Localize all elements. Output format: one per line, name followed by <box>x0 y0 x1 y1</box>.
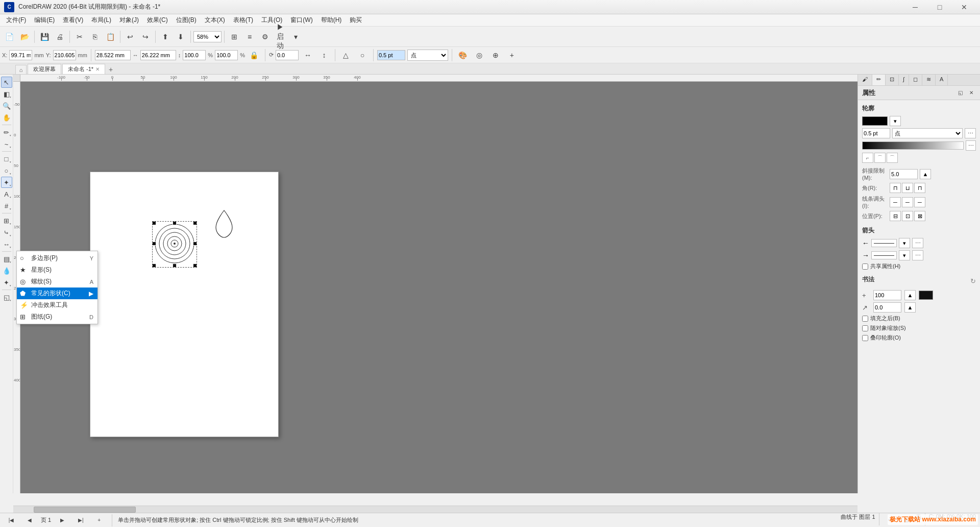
flip-h[interactable]: ↔ <box>301 48 315 62</box>
arrow-end-more[interactable]: ⋯ <box>912 250 923 260</box>
status-nav-prev[interactable]: ◀ <box>22 513 37 528</box>
menu-help[interactable]: 帮助(H) <box>317 14 346 26</box>
options-button[interactable]: ⚙ <box>258 30 272 44</box>
menu-view[interactable]: 查看(V) <box>59 14 87 26</box>
pos-btn2[interactable]: ⊡ <box>902 211 913 221</box>
horizontal-scrollbar[interactable] <box>13 506 857 513</box>
calli-angle-input[interactable] <box>873 302 901 313</box>
outline-color-swatch[interactable] <box>862 116 888 126</box>
outline-gradient-bar[interactable] <box>862 141 964 150</box>
y-input[interactable] <box>53 50 76 60</box>
menu-effects[interactable]: 效果(C) <box>143 14 172 26</box>
arrow-end-preview[interactable] <box>871 251 897 259</box>
restore-button[interactable]: □ <box>928 0 951 14</box>
tool-interact[interactable]: ✦▾ <box>1 277 12 288</box>
save-button[interactable]: 💾 <box>37 30 52 44</box>
refresh-icon[interactable]: ↻ <box>970 277 976 285</box>
spiral-shape[interactable] <box>154 223 195 266</box>
corner-round-btn[interactable]: ⌒ <box>874 153 886 163</box>
linedash-btn2[interactable]: ─ <box>902 197 913 207</box>
flip-v[interactable]: ↕ <box>317 48 331 62</box>
status-nav-last[interactable]: ▶| <box>74 513 88 528</box>
copy-button[interactable]: ⎘ <box>88 30 102 44</box>
outline-color-dropdown[interactable]: ▾ <box>890 116 901 126</box>
outline-btn2[interactable]: ◎ <box>472 48 486 62</box>
tool-pan[interactable]: ✋ <box>1 112 12 123</box>
outline-btn3[interactable]: ⊕ <box>488 48 503 62</box>
miter-input[interactable] <box>890 169 918 179</box>
rp-tab-3[interactable]: ⊡ <box>886 75 899 85</box>
tab-document[interactable]: 未命名 -1* ✕ <box>62 64 105 74</box>
calli-width-input[interactable] <box>873 290 901 300</box>
tool-shape[interactable]: ◧▾ <box>1 88 12 100</box>
shape-tool2[interactable]: ○ <box>355 48 370 62</box>
tool-fill[interactable]: ▤▾ <box>1 253 12 265</box>
tool-connector[interactable]: ⤷▾ <box>1 227 12 238</box>
tool-polygon[interactable]: ✦▾ <box>1 177 12 188</box>
scale-h[interactable] <box>215 50 238 60</box>
handle-mr[interactable] <box>193 242 197 246</box>
rp-tab-6[interactable]: ≋ <box>922 75 936 85</box>
launch-button[interactable]: ▶ 启动 <box>273 30 287 44</box>
ctx-common-shapes[interactable]: ⬟ 常见的形状(C) ▶ <box>17 288 97 299</box>
handle-tm[interactable] <box>173 221 177 225</box>
handle-br[interactable] <box>193 264 197 268</box>
angle-btn3[interactable]: ⊓ <box>914 183 925 193</box>
print-checkbox[interactable] <box>862 335 868 341</box>
lock-ratio-btn[interactable]: 🔒 <box>247 48 261 62</box>
ctx-star[interactable]: ★ 星形(S) <box>17 264 97 276</box>
redo-button[interactable]: ↪ <box>138 30 153 44</box>
status-nav-next[interactable]: ▶ <box>55 513 69 528</box>
rp-tab-1[interactable]: 🖌 <box>858 75 872 85</box>
calli-width-up[interactable]: ▲ <box>904 290 916 300</box>
scale-w[interactable] <box>183 50 206 60</box>
export-button[interactable]: ⬇ <box>174 30 188 44</box>
status-nav-first[interactable]: |◀ <box>4 513 18 528</box>
outline-size-input[interactable] <box>862 128 890 138</box>
tool-zoom[interactable]: 🔍 <box>1 100 12 111</box>
size-unit-select[interactable]: 点 <box>407 50 448 61</box>
menu-bitmap[interactable]: 位图(B) <box>172 14 201 26</box>
menu-window[interactable]: 窗口(W) <box>286 14 316 26</box>
tool-rect[interactable]: □▾ <box>1 153 12 164</box>
undo-button[interactable]: ↩ <box>123 30 137 44</box>
handle-tl[interactable] <box>152 221 156 225</box>
arrow-end-dropdown[interactable]: ▾ <box>899 250 910 260</box>
arrow-start-preview[interactable] <box>871 239 897 247</box>
angle-input[interactable] <box>276 50 299 60</box>
ctx-polygon[interactable]: ○ 多边形(P) Y <box>17 252 97 264</box>
menu-edit[interactable]: 编辑(E) <box>30 14 59 26</box>
align-button[interactable]: ≡ <box>242 30 257 44</box>
linedash-btn3[interactable]: ─ <box>914 197 925 207</box>
rp-tab-4[interactable]: ∫ <box>899 75 909 85</box>
paste-button[interactable]: 📋 <box>103 30 117 44</box>
add-btn[interactable]: + <box>505 48 519 62</box>
tool-measure[interactable]: ↔▾ <box>1 238 12 250</box>
pos-btn1[interactable]: ⊟ <box>890 211 901 221</box>
pos-btn3[interactable]: ⊠ <box>914 211 925 221</box>
handle-tr[interactable] <box>193 221 197 225</box>
import-button[interactable]: ⬆ <box>158 30 173 44</box>
calli-color-swatch[interactable] <box>919 291 933 300</box>
add-page-btn[interactable]: + <box>92 513 106 528</box>
menu-text[interactable]: 文本(X) <box>201 14 229 26</box>
tool-parallel[interactable]: ⊞▾ <box>1 215 12 226</box>
arrow-start-dropdown[interactable]: ▾ <box>899 238 910 248</box>
open-button[interactable]: 📂 <box>17 30 32 44</box>
tool-select[interactable]: ↖ <box>1 77 12 88</box>
height-input[interactable] <box>140 50 176 60</box>
ctx-spiral[interactable]: ◎ 螺纹(S) A <box>17 276 97 288</box>
zoom-select[interactable]: 58% 100% 200% <box>193 31 222 42</box>
teardrop-shape[interactable] <box>213 208 236 240</box>
handle-ml[interactable] <box>152 242 156 246</box>
corner-miter-btn[interactable]: ⌐ <box>862 153 873 163</box>
menu-table[interactable]: 表格(T) <box>229 14 257 26</box>
handle-bl[interactable] <box>152 264 156 268</box>
font-size-input[interactable] <box>377 50 405 60</box>
angle-btn1[interactable]: ⊓ <box>890 183 901 193</box>
rp-tab-5[interactable]: ◻ <box>909 75 922 85</box>
menu-layout[interactable]: 布局(L) <box>87 14 115 26</box>
rp-tab-2[interactable]: ✏ <box>872 75 886 85</box>
menu-file[interactable]: 文件(F) <box>2 14 30 26</box>
tool-text[interactable]: A▾ <box>1 188 12 200</box>
